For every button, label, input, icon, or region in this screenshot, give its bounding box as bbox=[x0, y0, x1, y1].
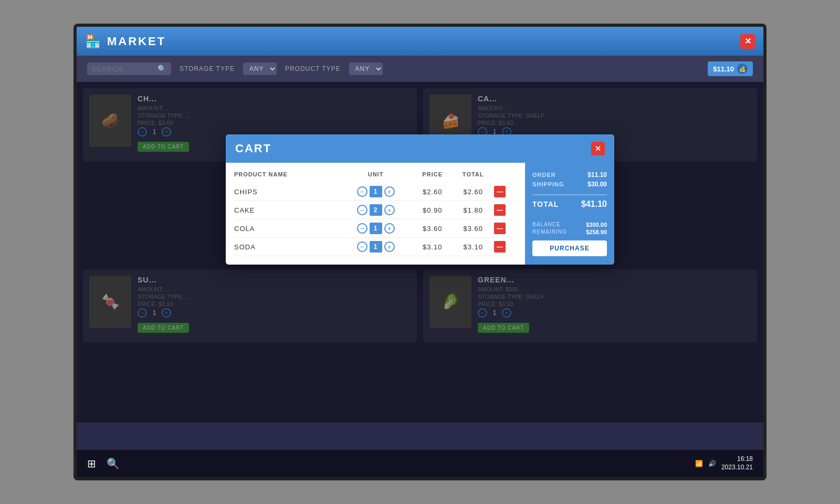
search-input[interactable] bbox=[91, 65, 154, 73]
cart-row-cola: COLA − 1 + $3.60 bbox=[234, 219, 517, 238]
cart-row-cake: CAKE − 2 + $0.90 bbox=[234, 201, 517, 219]
wifi-icon: 📶 bbox=[695, 460, 703, 467]
summary-balance-value: $300.00 bbox=[586, 222, 607, 228]
unit-increase-soda[interactable]: + bbox=[384, 242, 395, 252]
cart-modal: CART ✕ PRODUCT NAME UNIT bbox=[226, 134, 614, 265]
product-type-select[interactable]: ANY bbox=[349, 62, 383, 75]
col-price: PRICE bbox=[413, 171, 453, 183]
cart-close-button[interactable]: ✕ bbox=[591, 142, 605, 155]
col-product-name: PRODUCT NAME bbox=[234, 171, 339, 183]
summary-order-value: $11.10 bbox=[587, 171, 607, 178]
summary-bottom: BALANCE $300.00 REMAINING $258.90 PURCHA… bbox=[532, 222, 607, 256]
summary-order-row: ORDER $11.10 bbox=[532, 171, 607, 178]
monitor: 🏪 MARKET ✕ 🔍 STORAGE TYPE ANY PRODUCT TY… bbox=[74, 24, 766, 480]
unit-value-soda: 1 bbox=[370, 241, 382, 253]
unit-increase-chips[interactable]: + bbox=[384, 186, 395, 197]
unit-decrease-cake[interactable]: − bbox=[357, 205, 368, 215]
summary-shipping-label: SHIPPING bbox=[532, 181, 564, 187]
remove-soda-button[interactable]: — bbox=[494, 241, 506, 253]
cart-summary-panel: ORDER $11.10 SHIPPING $30.00 TOTAL $41.1… bbox=[525, 163, 614, 265]
cart-item-price-cake: $0.90 bbox=[413, 201, 453, 219]
summary-shipping-row: SHIPPING $30.00 bbox=[532, 181, 607, 188]
unit-decrease-chips[interactable]: − bbox=[357, 186, 368, 197]
clock-time: 16:18 bbox=[721, 455, 753, 464]
col-unit: UNIT bbox=[339, 171, 413, 183]
clock-date: 2023.10.21 bbox=[721, 464, 753, 472]
cart-item-price-soda: $3.10 bbox=[413, 238, 453, 256]
cart-item-total-chips: $2.60 bbox=[452, 183, 494, 201]
modal-overlay: CART ✕ PRODUCT NAME UNIT bbox=[77, 82, 763, 423]
balance-amount: $11.10 bbox=[713, 65, 734, 73]
summary-spacer bbox=[532, 211, 607, 219]
cart-item-total-cola: $3.60 bbox=[452, 219, 494, 238]
storage-type-select[interactable]: ANY bbox=[243, 62, 277, 75]
market-window: 🏪 MARKET ✕ 🔍 STORAGE TYPE ANY PRODUCT TY… bbox=[77, 27, 763, 477]
volume-icon: 🔊 bbox=[708, 460, 716, 467]
cart-table: PRODUCT NAME UNIT PRICE TOTAL bbox=[234, 171, 517, 256]
cart-header: CART ✕ bbox=[226, 134, 614, 163]
search-box: 🔍 bbox=[87, 62, 171, 75]
taskbar-left: ⊞ 🔍 bbox=[87, 457, 120, 470]
cart-item-price-chips: $2.60 bbox=[413, 183, 453, 201]
unit-value-cake: 2 bbox=[370, 204, 382, 216]
market-icon: 🏪 bbox=[85, 34, 101, 49]
purchase-button[interactable]: PURCHASE bbox=[532, 240, 607, 256]
cart-item-unit-cake: − 2 + bbox=[339, 201, 413, 219]
summary-shipping-value: $30.00 bbox=[587, 181, 607, 188]
cart-title: CART bbox=[235, 142, 271, 155]
summary-balance-row: BALANCE $300.00 bbox=[532, 222, 607, 228]
window-close-button[interactable]: ✕ bbox=[740, 34, 755, 49]
summary-balance-label: BALANCE bbox=[532, 222, 561, 228]
product-type-label: PRODUCT TYPE bbox=[285, 65, 341, 72]
cart-item-unit-chips: − 1 + bbox=[339, 183, 413, 201]
cart-item-name-cola: COLA bbox=[234, 219, 339, 238]
unit-decrease-soda[interactable]: − bbox=[357, 242, 368, 252]
title-bar: 🏪 MARKET ✕ bbox=[77, 27, 763, 56]
unit-value-chips: 1 bbox=[370, 186, 382, 197]
summary-total-value: $41.10 bbox=[581, 200, 607, 209]
cart-row-chips: CHIPS − 1 + $2.60 bbox=[234, 183, 517, 201]
cart-items-panel: PRODUCT NAME UNIT PRICE TOTAL bbox=[226, 163, 525, 265]
cart-item-price-cola: $3.60 bbox=[413, 219, 453, 238]
cart-item-total-soda: $3.10 bbox=[452, 238, 494, 256]
cart-item-unit-cola: − 1 + bbox=[339, 219, 413, 238]
cart-item-unit-soda: − 1 + bbox=[339, 238, 413, 256]
taskbar: ⊞ 🔍 📶 🔊 16:18 2023.10.21 bbox=[77, 450, 763, 477]
search-icon[interactable]: 🔍 bbox=[158, 65, 166, 73]
cart-row-soda: SODA − 1 + $3.10 bbox=[234, 238, 517, 256]
unit-increase-cola[interactable]: + bbox=[384, 223, 395, 234]
col-total: TOTAL bbox=[452, 171, 494, 183]
window-title: MARKET bbox=[107, 35, 166, 48]
summary-remaining-value: $258.90 bbox=[586, 229, 607, 235]
content-area: 🥔 CH... AMOUNT: ... STORAGE TYPE: ... PR… bbox=[77, 82, 763, 450]
unit-decrease-cola[interactable]: − bbox=[357, 223, 368, 234]
cart-item-name-chips: CHIPS bbox=[234, 183, 339, 201]
toolbar: 🔍 STORAGE TYPE ANY PRODUCT TYPE ANY $11.… bbox=[77, 56, 763, 82]
clock: 16:18 2023.10.21 bbox=[721, 455, 753, 471]
summary-total-label: TOTAL bbox=[532, 200, 559, 208]
unit-value-cola: 1 bbox=[370, 223, 382, 234]
summary-remaining-label: REMAINING bbox=[532, 229, 567, 235]
summary-remaining-row: REMAINING $258.90 bbox=[532, 229, 607, 235]
cart-item-total-cake: $1.80 bbox=[452, 201, 494, 219]
cart-item-name-soda: SODA bbox=[234, 238, 339, 256]
storage-type-label: STORAGE TYPE bbox=[180, 65, 235, 72]
summary-total-row: TOTAL $41.10 bbox=[532, 194, 607, 209]
unit-increase-cake[interactable]: + bbox=[384, 205, 395, 215]
start-icon[interactable]: ⊞ bbox=[87, 457, 96, 470]
balance-icon: 💰 bbox=[737, 64, 748, 74]
taskbar-right: 📶 🔊 16:18 2023.10.21 bbox=[695, 455, 753, 471]
cart-item-name-cake: CAKE bbox=[234, 201, 339, 219]
balance-badge: $11.10 💰 bbox=[708, 61, 753, 76]
remove-chips-button[interactable]: — bbox=[494, 186, 506, 197]
remove-cake-button[interactable]: — bbox=[494, 204, 506, 216]
cart-body: PRODUCT NAME UNIT PRICE TOTAL bbox=[226, 163, 614, 265]
summary-order-label: ORDER bbox=[532, 172, 556, 178]
search-taskbar-icon[interactable]: 🔍 bbox=[107, 457, 120, 470]
remove-cola-button[interactable]: — bbox=[494, 223, 506, 234]
